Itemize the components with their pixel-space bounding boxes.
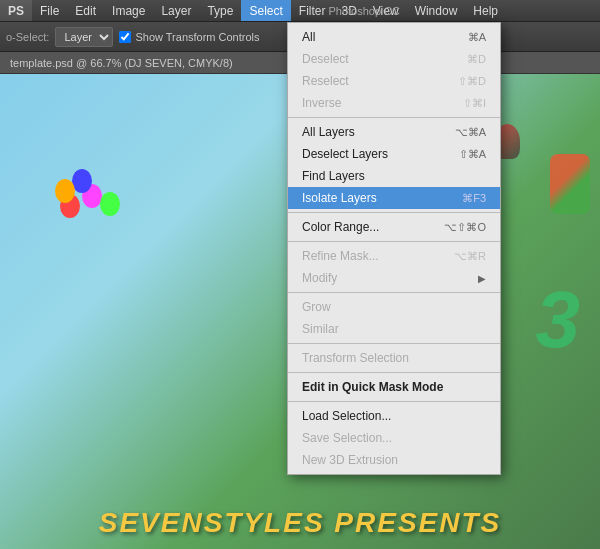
- ps-cc-label: Photoshop CC: [328, 0, 400, 22]
- dropdown-section-2: All Layers ⌥⌘A Deselect Layers ⇧⌘A Find …: [288, 118, 500, 213]
- menu-item-quick-mask[interactable]: Edit in Quick Mask Mode: [288, 376, 500, 398]
- number-decoration: 3: [536, 274, 581, 366]
- toolbar-layer-select[interactable]: Layer: [55, 27, 113, 47]
- select-dropdown-menu[interactable]: All ⌘A Deselect ⌘D Reselect ⇧⌘D Inverse …: [287, 22, 501, 475]
- menu-edit[interactable]: Edit: [67, 0, 104, 21]
- show-transform-controls-text: Show Transform Controls: [135, 31, 259, 43]
- menu-item-load-selection[interactable]: Load Selection...: [288, 405, 500, 427]
- dropdown-section-1: All ⌘A Deselect ⌘D Reselect ⇧⌘D Inverse …: [288, 23, 500, 118]
- balloon-blue: [72, 169, 92, 193]
- canvas-tab-label: template.psd @ 66.7% (DJ SEVEN, CMYK/8): [10, 57, 233, 69]
- menu-filter[interactable]: Filter: [291, 0, 334, 21]
- menu-item-inverse[interactable]: Inverse ⇧⌘I: [288, 92, 500, 114]
- menu-select[interactable]: Select: [241, 0, 290, 21]
- menu-item-deselect-layers[interactable]: Deselect Layers ⇧⌘A: [288, 143, 500, 165]
- dropdown-section-7: Edit in Quick Mask Mode: [288, 373, 500, 402]
- dropdown-section-4: Refine Mask... ⌥⌘R Modify ▶: [288, 242, 500, 293]
- menu-item-all-layers[interactable]: All Layers ⌥⌘A: [288, 121, 500, 143]
- menu-item-refine-mask[interactable]: Refine Mask... ⌥⌘R: [288, 245, 500, 267]
- menu-bar: PS File Edit Image Layer Type Select Fil…: [0, 0, 600, 22]
- dropdown-section-6: Transform Selection: [288, 344, 500, 373]
- dropdown-section-8: Load Selection... Save Selection... New …: [288, 402, 500, 474]
- show-transform-controls-checkbox[interactable]: [119, 31, 131, 43]
- menu-item-deselect[interactable]: Deselect ⌘D: [288, 48, 500, 70]
- menu-item-all[interactable]: All ⌘A: [288, 26, 500, 48]
- canvas-bottom-text: SEVENSTYLES PRESENTS: [0, 507, 600, 539]
- menu-item-similar[interactable]: Similar: [288, 318, 500, 340]
- menu-image[interactable]: Image: [104, 0, 153, 21]
- menu-type[interactable]: Type: [199, 0, 241, 21]
- menu-window[interactable]: Window: [407, 0, 466, 21]
- menu-item-grow[interactable]: Grow: [288, 296, 500, 318]
- menu-file[interactable]: File: [32, 0, 67, 21]
- menu-help[interactable]: Help: [465, 0, 506, 21]
- menu-item-isolate-layers[interactable]: Isolate Layers ⌘F3: [288, 187, 500, 209]
- balloon-green: [100, 192, 120, 216]
- menu-item-find-layers[interactable]: Find Layers: [288, 165, 500, 187]
- dropdown-section-5: Grow Similar: [288, 293, 500, 344]
- menu-item-transform-selection[interactable]: Transform Selection: [288, 347, 500, 369]
- menu-ps[interactable]: PS: [0, 0, 32, 21]
- balloon-orange: [55, 179, 75, 203]
- menu-item-color-range[interactable]: Color Range... ⌥⇧⌘O: [288, 216, 500, 238]
- dropdown-section-3: Color Range... ⌥⇧⌘O: [288, 213, 500, 242]
- parrot-decoration: [550, 154, 590, 214]
- menu-layer[interactable]: Layer: [153, 0, 199, 21]
- menu-item-reselect[interactable]: Reselect ⇧⌘D: [288, 70, 500, 92]
- menu-item-new-3d-extrusion[interactable]: New 3D Extrusion: [288, 449, 500, 471]
- show-transform-controls-label[interactable]: Show Transform Controls: [119, 31, 259, 43]
- menu-item-save-selection[interactable]: Save Selection...: [288, 427, 500, 449]
- menu-item-modify[interactable]: Modify ▶: [288, 267, 500, 289]
- toolbar-label: o-Select:: [6, 31, 49, 43]
